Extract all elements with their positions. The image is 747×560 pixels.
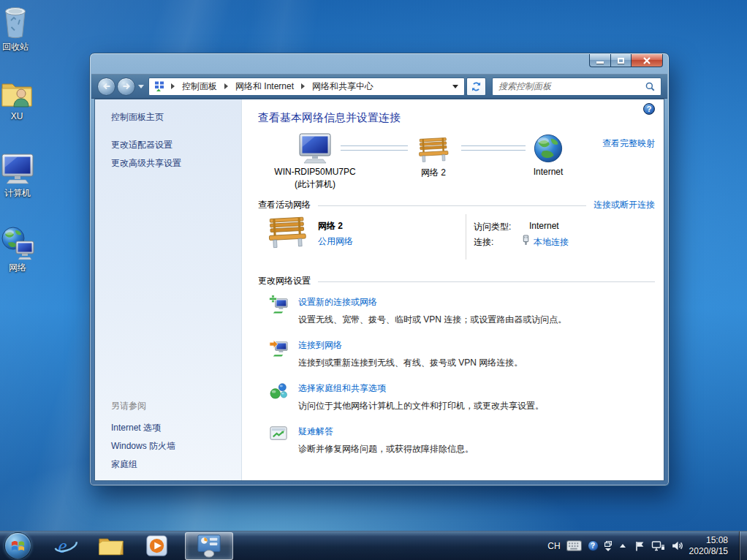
close-button[interactable]: [632, 54, 663, 67]
active-network-panel: 网络 2 公用网络 访问类型: Internet 连接: 本地连接: [242, 214, 664, 261]
language-indicator[interactable]: CH: [547, 541, 560, 551]
back-arrow-icon: [101, 80, 113, 92]
sidebar-item-change-adapter-settings[interactable]: 更改适配器设置: [111, 139, 172, 151]
map-internet-icon[interactable]: [533, 133, 564, 166]
svg-text:e: e: [58, 535, 67, 557]
chevron-down-icon: [605, 548, 611, 551]
setting-title-link[interactable]: 设置新的连接或网络: [298, 296, 377, 309]
setting-title-link[interactable]: 选择家庭组和共享选项: [298, 382, 386, 395]
tray-time: 15:08: [689, 535, 728, 546]
network-type-link[interactable]: 公用网络: [318, 235, 353, 248]
help-icon[interactable]: ?: [643, 103, 655, 115]
media-player-icon: [145, 534, 169, 558]
forward-button[interactable]: [117, 77, 135, 96]
active-network-name: 网络 2: [318, 220, 343, 232]
desktop-icon-label: 回收站: [0, 41, 31, 53]
taskbar-item-internet-explorer[interactable]: e: [43, 531, 88, 560]
network-icon: [0, 225, 35, 260]
taskbar-item-media-player[interactable]: [134, 531, 179, 560]
network-sharing-center-window: 控制面板 网络和 Internet 网络和共享中心: [89, 53, 670, 486]
desktop-icon-user-folder[interactable]: XU: [0, 77, 34, 121]
refresh-icon: [471, 81, 482, 92]
minimize-icon: [596, 61, 604, 64]
keyboard-icon[interactable]: [566, 540, 582, 551]
close-icon: [642, 57, 651, 64]
troubleshoot-icon[interactable]: [269, 424, 289, 446]
desktop-icon-label: 网络: [0, 262, 35, 274]
desktop-icon-recycle-bin[interactable]: 回收站: [0, 4, 31, 53]
map-connector: [461, 145, 526, 151]
desktop-icon-computer[interactable]: 计算机: [0, 152, 35, 200]
setting-description: 访问位于其他网络计算机上的文件和打印机，或更改共享设置。: [298, 400, 544, 412]
volume-icon[interactable]: [671, 540, 683, 551]
connections-label: 连接:: [474, 236, 493, 249]
language-bar-options[interactable]: [604, 541, 612, 551]
maximize-button[interactable]: [610, 54, 632, 67]
search-input[interactable]: [498, 81, 642, 91]
windows-logo-icon: [10, 538, 26, 553]
taskbar: e: [0, 531, 747, 560]
sidebar-item-control-panel-home[interactable]: 控制面板主页: [111, 111, 164, 124]
show-desktop-button[interactable]: [739, 531, 747, 560]
divider: [466, 214, 466, 260]
maximize-icon: [618, 58, 624, 64]
desktop-icon-network[interactable]: 网络: [0, 225, 35, 274]
sidebar-item-change-advanced-sharing[interactable]: 更改高级共享设置: [111, 157, 181, 170]
homegroup-sharing-icon[interactable]: [269, 381, 289, 403]
action-center-flag-icon[interactable]: [634, 540, 645, 552]
ethernet-icon: [522, 235, 530, 248]
setting-item-homegroup: 选择家庭组和共享选项 访问位于其他网络计算机上的文件和打印机，或更改共享设置。: [258, 379, 655, 420]
map-computer-icon[interactable]: [297, 132, 333, 167]
user-folder-icon: [0, 77, 34, 110]
breadcrumb-caret-icon[interactable]: [224, 83, 228, 89]
taskbar-item-explorer[interactable]: [88, 531, 134, 560]
navigation-bar: 控制面板 网络和 Internet 网络和共享中心: [91, 74, 667, 99]
show-hidden-icons-button[interactable]: [620, 544, 626, 548]
connect-to-network-icon[interactable]: [269, 338, 289, 360]
setting-title-link[interactable]: 疑难解答: [298, 425, 333, 438]
sidebar-item-windows-firewall[interactable]: Windows 防火墙: [111, 440, 175, 453]
window-body: 控制面板主页 更改适配器设置 更改高级共享设置 另请参阅 Internet 选项…: [94, 99, 664, 481]
folder-icon: [98, 534, 124, 558]
address-dropdown-icon[interactable]: [452, 85, 458, 88]
breadcrumb-item-network-internet[interactable]: 网络和 Internet: [234, 80, 295, 93]
tray-clock[interactable]: 15:08 2020/8/15: [689, 535, 729, 557]
window-controls: [589, 54, 663, 67]
local-connection-link[interactable]: 本地连接: [534, 236, 569, 249]
breadcrumb-caret-icon[interactable]: [301, 83, 305, 89]
address-bar[interactable]: 控制面板 网络和 Internet 网络和共享中心: [148, 77, 465, 96]
refresh-button[interactable]: [466, 77, 486, 96]
setting-description: 设置无线、宽带、拨号、临时或 VPN 连接；或设置路由器或访问点。: [298, 314, 566, 326]
map-network-label: 网络 2: [390, 167, 477, 179]
forward-arrow-icon: [121, 80, 132, 92]
recent-pages-dropdown[interactable]: [138, 85, 144, 88]
sidebar-item-internet-options[interactable]: Internet 选项: [111, 422, 161, 434]
desktop-icon-label: XU: [0, 111, 34, 121]
active-network-icon[interactable]: [266, 216, 308, 251]
taskbar-item-control-panel-active[interactable]: [185, 532, 233, 560]
connect-disconnect-link[interactable]: 连接或断开连接: [594, 199, 655, 211]
setting-title-link[interactable]: 连接到网络: [298, 339, 342, 352]
desktop: 回收站 XU 计算机: [0, 0, 747, 560]
breadcrumb-caret-icon[interactable]: [171, 83, 175, 89]
minimize-button[interactable]: [589, 54, 610, 67]
language-help-icon[interactable]: ?: [588, 540, 599, 551]
map-connector: [341, 145, 408, 151]
map-computer-label: WIN-RDIP50MU7PC: [253, 167, 377, 177]
map-computer-sublabel: (此计算机): [253, 178, 377, 191]
breadcrumb-item-network-sharing-center[interactable]: 网络和共享中心: [311, 80, 375, 93]
search-icon: [645, 81, 656, 92]
map-network-icon[interactable]: [417, 136, 450, 166]
restore-window-icon: [604, 541, 612, 547]
start-button[interactable]: [4, 532, 31, 559]
breadcrumb-item-control-panel[interactable]: 控制面板: [181, 80, 219, 93]
back-button[interactable]: [97, 77, 115, 96]
settings-header: 更改网络设置: [258, 275, 311, 287]
network-tray-icon[interactable]: [651, 540, 665, 552]
main-content: ? 查看基本网络信息并设置连接: [242, 99, 664, 480]
search-button[interactable]: [642, 79, 658, 94]
new-connection-icon[interactable]: [269, 295, 289, 317]
see-full-map-link[interactable]: 查看完整映射: [602, 137, 655, 150]
sidebar-item-homegroup[interactable]: 家庭组: [111, 458, 137, 471]
see-also-header: 另请参阅: [111, 400, 146, 412]
